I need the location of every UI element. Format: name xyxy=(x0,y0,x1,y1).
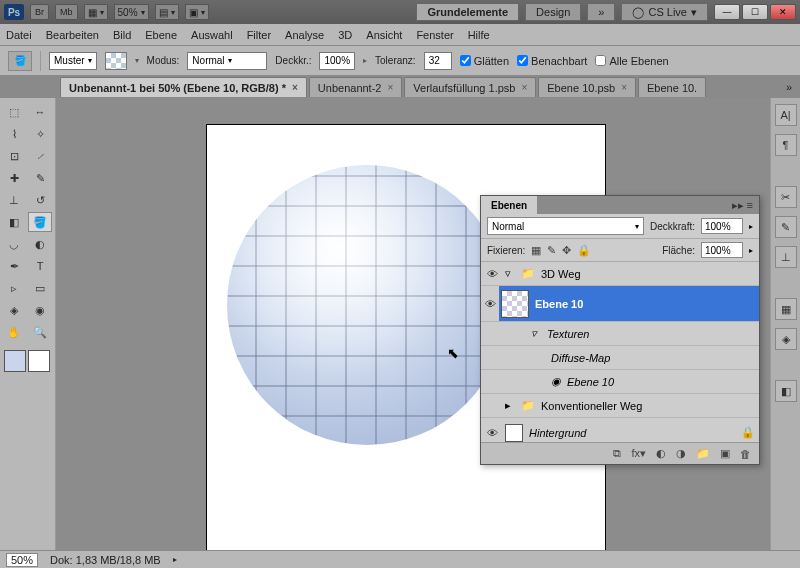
doc-tab-1[interactable]: Unbenannt-1 bei 50% (Ebene 10, RGB/8) *× xyxy=(60,77,307,97)
close-button[interactable]: ✕ xyxy=(770,4,796,20)
layer-group[interactable]: 👁 ▿ 📁 3D Weg xyxy=(481,262,759,286)
arrange-dropdown[interactable]: ▤ xyxy=(155,4,179,20)
stamp-tool[interactable]: ⊥ xyxy=(2,190,26,210)
menu-3d[interactable]: 3D xyxy=(338,29,352,41)
new-layer-icon[interactable]: ▣ xyxy=(720,447,730,460)
heal-tool[interactable]: ✚ xyxy=(2,168,26,188)
hand-tool[interactable]: ✋ xyxy=(2,322,26,342)
eyedropper-tool[interactable]: ⟋ xyxy=(28,146,52,166)
background-swatch[interactable] xyxy=(28,350,50,372)
menu-layer[interactable]: Ebene xyxy=(145,29,177,41)
layer-group-2[interactable]: ▸ 📁 Konventioneller Weg xyxy=(481,394,759,418)
marquee-tool[interactable]: ⬚ xyxy=(2,102,26,122)
zoom-tool[interactable]: 🔍 xyxy=(28,322,52,342)
eraser-tool[interactable]: ◧ xyxy=(2,212,26,232)
menu-analysis[interactable]: Analyse xyxy=(285,29,324,41)
layer-background[interactable]: 👁 Hintergrund 🔒 xyxy=(481,418,759,442)
3dcamera-tool[interactable]: ◉ xyxy=(28,300,52,320)
menu-image[interactable]: Bild xyxy=(113,29,131,41)
fill-source-dropdown[interactable]: Muster xyxy=(49,52,97,70)
move-tool[interactable]: ↔ xyxy=(28,102,52,122)
alllayers-checkbox[interactable]: Alle Ebenen xyxy=(595,55,668,67)
workspace-more[interactable]: » xyxy=(587,3,615,21)
doc-tab-3[interactable]: Verlaufsfüllung 1.psb× xyxy=(404,77,536,97)
pattern-swatch[interactable] xyxy=(105,52,127,70)
menu-edit[interactable]: Bearbeiten xyxy=(46,29,99,41)
brush-panel-icon[interactable]: ✎ xyxy=(775,216,797,238)
character-panel-icon[interactable]: A| xyxy=(775,104,797,126)
lock-transparency-icon[interactable]: ▦ xyxy=(531,244,541,257)
menu-select[interactable]: Auswahl xyxy=(191,29,233,41)
paragraph-panel-icon[interactable]: ¶ xyxy=(775,134,797,156)
panel-menu-icon[interactable]: ▸▸ ≡ xyxy=(726,199,759,212)
mask-icon[interactable]: ◐ xyxy=(656,447,666,460)
maximize-button[interactable]: ☐ xyxy=(742,4,768,20)
doc-tab-2[interactable]: Unbenannt-2× xyxy=(309,77,402,97)
visibility-icon[interactable]: 👁 xyxy=(481,286,499,321)
fx-icon[interactable]: fx▾ xyxy=(631,447,646,460)
cslive-button[interactable]: ◯ CS Live ▾ xyxy=(621,3,708,21)
layers-panel-icon[interactable]: ◧ xyxy=(775,380,797,402)
close-icon[interactable]: × xyxy=(387,82,393,93)
lock-position-icon[interactable]: ✥ xyxy=(562,244,571,257)
foreground-swatch[interactable] xyxy=(4,350,26,372)
fill-field[interactable]: 100% xyxy=(701,242,743,258)
disclosure-icon[interactable]: ▿ xyxy=(505,267,515,280)
path-tool[interactable]: ▹ xyxy=(2,278,26,298)
menu-filter[interactable]: Filter xyxy=(247,29,271,41)
blend-mode-dropdown[interactable]: Normal xyxy=(187,52,267,70)
layer-thumb[interactable] xyxy=(501,290,529,318)
menu-window[interactable]: Fenster xyxy=(416,29,453,41)
menu-file[interactable]: Datei xyxy=(6,29,32,41)
link-layers-icon[interactable]: ⧉ xyxy=(613,447,621,460)
opacity-field[interactable]: 100% xyxy=(319,52,355,70)
visibility-icon[interactable]: 👁 xyxy=(485,268,499,280)
zoom-dropdown[interactable]: 50% xyxy=(114,4,149,20)
dodge-tool[interactable]: ◐ xyxy=(28,234,52,254)
wand-tool[interactable]: ✧ xyxy=(28,124,52,144)
layer-list[interactable]: 👁 ▿ 📁 3D Weg 👁 Ebene 10 ▿ Texturen Diffu… xyxy=(481,262,759,442)
type-tool[interactable]: T xyxy=(28,256,52,276)
minimize-button[interactable]: — xyxy=(714,4,740,20)
workspace-design[interactable]: Design xyxy=(525,3,581,21)
layer-selected[interactable]: 👁 Ebene 10 xyxy=(481,286,759,322)
close-icon[interactable]: × xyxy=(621,82,627,93)
tolerance-field[interactable]: 32 xyxy=(424,52,452,70)
swatches-panel-icon[interactable]: ▦ xyxy=(775,298,797,320)
lock-all-icon[interactable]: 🔒 xyxy=(577,244,591,257)
lock-pixels-icon[interactable]: ✎ xyxy=(547,244,556,257)
clone-panel-icon[interactable]: ⊥ xyxy=(775,246,797,268)
pen-tool[interactable]: ✒ xyxy=(2,256,26,276)
disclosure-icon[interactable]: ▸ xyxy=(505,399,515,412)
view-extras-dropdown[interactable]: ▦ xyxy=(84,4,108,20)
bridge-button[interactable]: Br xyxy=(30,4,49,20)
zoom-field[interactable]: 50% xyxy=(6,553,38,567)
shape-tool[interactable]: ▭ xyxy=(28,278,52,298)
lasso-tool[interactable]: ⌇ xyxy=(2,124,26,144)
minibridge-button[interactable]: Mb xyxy=(55,4,78,20)
close-icon[interactable]: × xyxy=(521,82,527,93)
visibility-icon[interactable]: 👁 xyxy=(485,427,499,439)
menu-view[interactable]: Ansicht xyxy=(366,29,402,41)
close-icon[interactable]: × xyxy=(292,82,298,93)
opacity-field[interactable]: 100% xyxy=(701,218,743,234)
history-brush-tool[interactable]: ↺ xyxy=(28,190,52,210)
group-icon[interactable]: 📁 xyxy=(696,447,710,460)
doc-tab-4[interactable]: Ebene 10.psb× xyxy=(538,77,636,97)
blendmode-dropdown[interactable]: Normal xyxy=(487,217,644,235)
crop-tool[interactable]: ⊡ xyxy=(2,146,26,166)
layer-textures[interactable]: ▿ Texturen xyxy=(481,322,759,346)
adjustment-icon[interactable]: ◑ xyxy=(676,447,686,460)
tab-overflow[interactable]: » xyxy=(778,81,800,93)
layer-thumb[interactable] xyxy=(505,424,523,442)
doc-tab-5[interactable]: Ebene 10. xyxy=(638,77,706,97)
delete-icon[interactable]: 🗑 xyxy=(740,448,751,460)
layer-texture-item[interactable]: ◉ Ebene 10 xyxy=(481,370,759,394)
layer-diffuse[interactable]: Diffuse-Map xyxy=(481,346,759,370)
brush-tool[interactable]: ✎ xyxy=(28,168,52,188)
bucket-tool-icon[interactable]: 🪣 xyxy=(8,51,32,71)
3d-tool[interactable]: ◈ xyxy=(2,300,26,320)
disclosure-icon[interactable]: ▿ xyxy=(531,327,541,340)
3d-panel-icon[interactable]: ◈ xyxy=(775,328,797,350)
blur-tool[interactable]: ◡ xyxy=(2,234,26,254)
